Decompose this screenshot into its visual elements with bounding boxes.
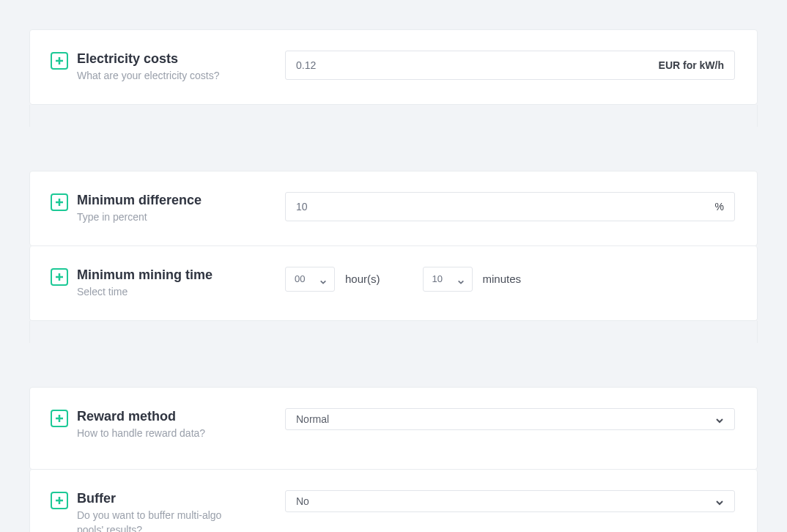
reward-method-row: Reward method How to handle reward data?… (29, 387, 758, 470)
divider (29, 105, 758, 127)
min-diff-input[interactable] (296, 193, 708, 221)
hours-value: 00 (295, 273, 305, 284)
divider (29, 321, 758, 343)
buffer-select[interactable]: No (285, 490, 735, 512)
electricity-costs-label: Electricity costs What are your electric… (51, 51, 285, 84)
buffer-row: Buffer Do you want to buffer multi-algo … (29, 470, 758, 532)
minimum-mining-time-label: Minimum mining time Select time (51, 267, 285, 300)
reward-subtitle: How to handle reward data? (77, 426, 205, 441)
buffer-value: No (296, 495, 309, 507)
min-diff-subtitle: Type in percent (77, 210, 202, 225)
min-time-subtitle: Select time (77, 285, 213, 300)
buffer-label: Buffer Do you want to buffer multi-algo … (51, 490, 285, 532)
electricity-unit: EUR for kW/h (659, 59, 724, 71)
electricity-title: Electricity costs (77, 51, 220, 67)
hours-label: hour(s) (345, 273, 380, 285)
electricity-input-group: EUR for kW/h (285, 51, 735, 80)
min-time-title: Minimum mining time (77, 267, 213, 284)
plus-icon[interactable] (51, 492, 68, 509)
minimum-difference-row: Minimum difference Type in percent % (29, 171, 758, 246)
plus-icon[interactable] (51, 52, 68, 70)
reward-value: Normal (296, 413, 329, 425)
reward-title: Reward method (77, 408, 205, 425)
reward-method-label: Reward method How to handle reward data? (51, 408, 285, 441)
plus-icon[interactable] (51, 268, 68, 286)
chevron-down-icon (715, 415, 724, 424)
chevron-down-icon (715, 497, 724, 506)
minutes-label: minutes (483, 273, 522, 285)
buffer-title: Buffer (77, 490, 245, 507)
min-diff-unit: % (715, 201, 724, 213)
reward-method-select[interactable]: Normal (285, 408, 735, 430)
chevron-down-icon (319, 276, 327, 283)
minimum-mining-time-row: Minimum mining time Select time 00 hour(… (29, 246, 758, 321)
min-diff-input-group: % (285, 192, 735, 221)
minimum-difference-label: Minimum difference Type in percent (51, 192, 285, 225)
minutes-value: 10 (432, 273, 443, 284)
electricity-costs-row: Electricity costs What are your electric… (29, 29, 758, 105)
electricity-cost-input[interactable] (296, 51, 651, 79)
plus-icon[interactable] (51, 193, 68, 211)
minutes-select[interactable]: 10 (423, 267, 473, 292)
electricity-subtitle: What are your electricity costs? (77, 69, 220, 84)
chevron-down-icon (457, 276, 465, 283)
buffer-subtitle: Do you want to buffer multi-algo pools' … (77, 509, 245, 532)
hours-select[interactable]: 00 (285, 267, 335, 292)
min-diff-title: Minimum difference (77, 192, 202, 209)
plus-icon[interactable] (51, 410, 68, 427)
